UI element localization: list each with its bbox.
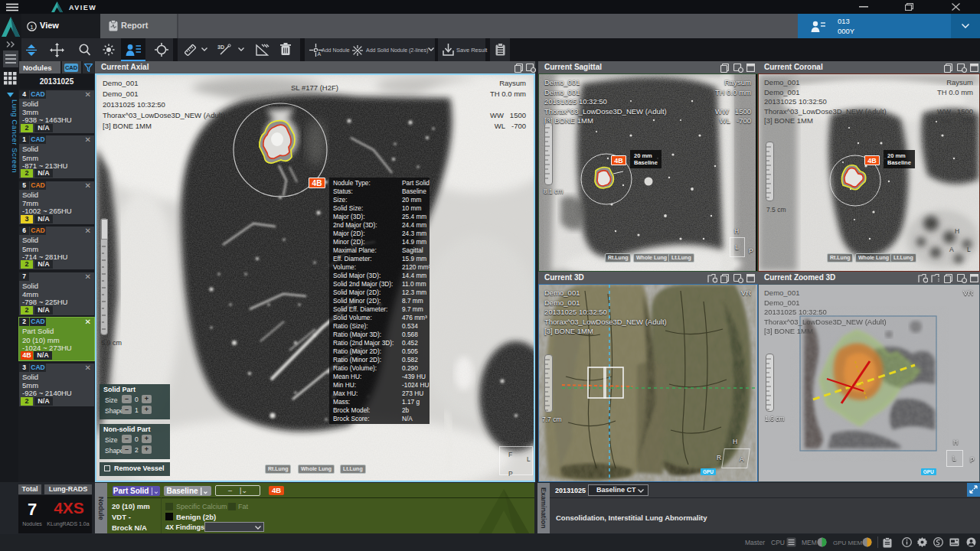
svg-text:A: A [318, 51, 322, 57]
svg-text:1: 1 [30, 24, 34, 31]
svg-text:3D: 3D [217, 44, 224, 50]
